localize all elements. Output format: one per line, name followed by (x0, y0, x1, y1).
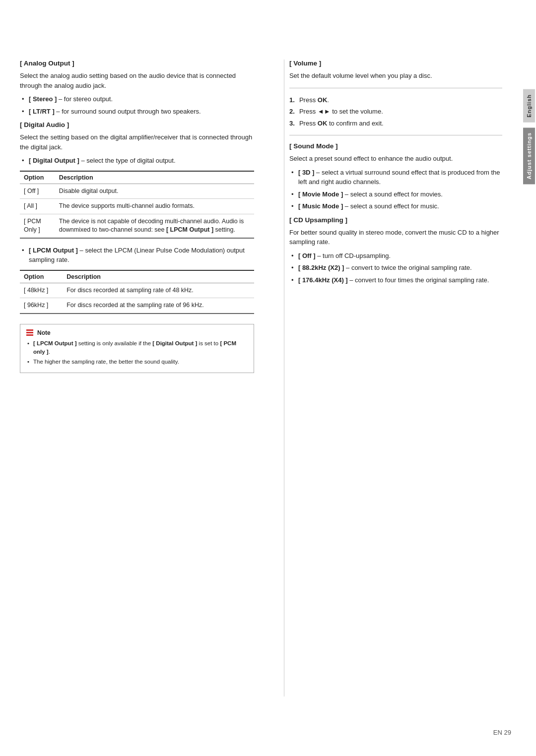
volume-step-1: 1. Press OK. (289, 95, 502, 105)
note-icon-line1 (26, 329, 33, 331)
page-footer: EN 29 (493, 729, 511, 736)
table-row: [ All ] The device supports multi-channe… (20, 199, 254, 214)
volume-divider (289, 88, 502, 88)
note-item1-text1: setting is only available if the (77, 340, 153, 346)
step2-num: 2. (289, 107, 295, 117)
digital-audio-description: Select the setting based on the digital … (20, 132, 254, 152)
sound-mode-description: Select a preset sound effect to enhance … (289, 154, 502, 164)
cd-88khz-desc: – convert to twice the original sampling… (344, 264, 471, 271)
cd-176khz-desc: – convert to four times the original sam… (348, 276, 489, 284)
table1-row2-desc: The device supports multi-channel audio … (55, 199, 254, 214)
note-list: [ LPCM Output ] setting is only availabl… (26, 339, 248, 367)
digital-output-sub-list: [ Digital Output ] – select the type of … (20, 156, 254, 166)
cd-off-item: [ Off ] – turn off CD-upsampling. (289, 251, 502, 261)
sound-mode-section: [ Sound Mode ] Select a preset sound eff… (289, 142, 502, 211)
table1-row3-option: [ PCM Only ] (20, 214, 55, 238)
note-item1-text3: . (49, 349, 50, 355)
table-row: [ 96kHz ] For discs recorded at the samp… (20, 298, 254, 314)
3d-desc: – select a virtual surround sound effect… (298, 169, 500, 186)
cd-176khz-term: [ 176.4kHz (X4) ] (298, 276, 348, 284)
right-column: [ Volume ] Set the default volume level … (284, 60, 502, 696)
volume-step-3: 3. Press OK to confirm and exit. (289, 119, 502, 128)
table1-col-description: Description (55, 171, 254, 184)
note-icon-line2 (26, 332, 33, 333)
digital-audio-section: [ Digital Audio ] Select the setting bas… (20, 121, 254, 314)
step1-num: 1. (289, 95, 295, 105)
table2-col-option: Option (20, 270, 63, 283)
music-mode-desc: – select a sound effect for music. (343, 202, 439, 210)
table2-row1-desc: For discs recorded at sampling rate of 4… (63, 283, 254, 298)
table1-row3-desc: The device is not capable of decoding mu… (55, 214, 254, 238)
movie-mode-term: [ Movie Mode ] (298, 190, 343, 198)
analog-output-list: [ Stereo ] – for stereo output. [ LT/RT … (20, 94, 254, 116)
digital-output-term: [ Digital Output ] (29, 157, 79, 164)
cd-upsampling-section: [ CD Upsampling ] For better sound quali… (289, 216, 502, 285)
side-tab-adjust: Adjust settings (523, 127, 535, 184)
step2-text: Press ◄► to set the volume. (299, 108, 383, 115)
table1-col-option: Option (20, 171, 55, 184)
table2-col-description: Description (63, 270, 254, 283)
table2-row2-option: [ 96kHz ] (20, 298, 63, 314)
volume-steps: 1. Press OK. 2. Press ◄► to set the volu… (289, 95, 502, 128)
table1-row2-option: [ All ] (20, 199, 55, 214)
table2-row1-option: [ 48kHz ] (20, 283, 63, 298)
table-row: [ Off ] Disable digital output. (20, 184, 254, 199)
digital-audio-title: [ Digital Audio ] (20, 121, 254, 128)
analog-output-title: [ Analog Output ] (20, 60, 254, 67)
note-item-2: The higher the sampling rate, the better… (26, 358, 248, 366)
side-tab-container: English Adjust settings (522, 0, 536, 756)
cd-upsampling-description: For better sound quality in stereo mode,… (289, 228, 502, 247)
lpcm-output-item: [ LPCM Output ] – select the LPCM (Linea… (20, 246, 254, 265)
note-item-1: [ LPCM Output ] setting is only availabl… (26, 339, 248, 357)
volume-description: Set the default volume level when you pl… (289, 71, 502, 81)
note-icon (26, 329, 33, 336)
side-tab-english: English (523, 89, 535, 123)
ltrt-term: [ LT/RT ] (29, 108, 55, 115)
content-area: [ Analog Output ] Select the analog audi… (0, 30, 522, 726)
stereo-desc: – for stereo output. (57, 95, 113, 103)
step3-num: 3. (289, 119, 295, 128)
note-digital-term: [ Digital Output ] (152, 340, 197, 346)
lpcm-output-list: [ LPCM Output ] – select the LPCM (Linea… (20, 246, 254, 265)
note-icon-line3 (26, 334, 33, 336)
ltrt-desc: – for surround sound output through two … (55, 108, 201, 115)
note-title: Note (37, 329, 51, 336)
note-lpcm-term: [ LPCM Output ] (33, 340, 77, 346)
analog-ltrt-item: [ LT/RT ] – for surround sound output th… (20, 107, 254, 117)
analog-output-section: [ Analog Output ] Select the analog audi… (20, 60, 254, 116)
cd-off-desc: – turn off CD-upsampling. (316, 252, 391, 259)
3d-term: [ 3D ] (298, 169, 315, 176)
lpcm-output-table: Option Description [ 48kHz ] For discs r… (20, 270, 254, 314)
cd-88khz-term: [ 88.2kHz (X2) ] (298, 264, 344, 271)
step1-text: Press OK. (299, 96, 329, 104)
cd-88khz-item: [ 88.2kHz (X2) ] – convert to twice the … (289, 263, 502, 273)
left-column: [ Analog Output ] Select the analog audi… (20, 60, 264, 696)
sound-mode-list: [ 3D ] – select a virtual surround sound… (289, 168, 502, 211)
volume-title: [ Volume ] (289, 60, 502, 67)
cd-176khz-item: [ 176.4kHz (X4) ] – convert to four time… (289, 275, 502, 285)
table2-row2-desc: For discs recorded at the sampling rate … (63, 298, 254, 314)
digital-output-desc: – select the type of digital output. (79, 157, 176, 164)
analog-stereo-item: [ Stereo ] – for stereo output. (20, 94, 254, 104)
volume-step-2: 2. Press ◄► to set the volume. (289, 107, 502, 117)
cd-off-term: [ Off ] (298, 252, 316, 259)
sound-mode-title: [ Sound Mode ] (289, 142, 502, 150)
table1-row1-option: [ Off ] (20, 184, 55, 199)
table1-row1-desc: Disable digital output. (55, 184, 254, 199)
sound-mode-music: [ Music Mode ] – select a sound effect f… (289, 201, 502, 211)
step3-text: Press OK to confirm and exit. (299, 120, 384, 127)
page-wrapper: English Adjust settings [ Analog Output … (0, 0, 536, 756)
volume-divider-bottom (289, 135, 502, 135)
cd-upsampling-list: [ Off ] – turn off CD-upsampling. [ 88.2… (289, 251, 502, 285)
note-header: Note (26, 329, 248, 336)
note-box: Note [ LPCM Output ] setting is only ava… (20, 324, 254, 374)
digital-output-table: Option Description [ Off ] Disable digit… (20, 171, 254, 239)
cd-upsampling-title: [ CD Upsampling ] (289, 216, 502, 224)
stereo-term: [ Stereo ] (29, 95, 57, 103)
digital-output-item: [ Digital Output ] – select the type of … (20, 156, 254, 166)
sound-mode-movie: [ Movie Mode ] – select a sound effect f… (289, 189, 502, 199)
analog-output-description: Select the analog audio setting based on… (20, 71, 254, 90)
note-item1-text2: is set to (197, 340, 220, 346)
table-row: [ PCM Only ] The device is not capable o… (20, 214, 254, 238)
note-item2-text: The higher the sampling rate, the better… (33, 359, 179, 365)
